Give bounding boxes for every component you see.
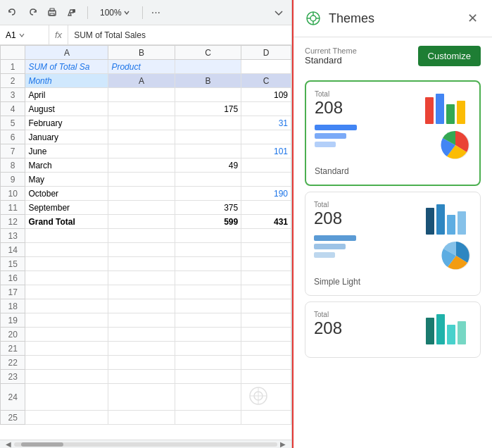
scroll-left-arrow[interactable]: ◀ bbox=[3, 440, 14, 448]
theme-card-simplelight[interactable]: Total 208 bbox=[305, 192, 481, 296]
table-row: 10 October 190 bbox=[1, 187, 291, 201]
theme-card-right-3 bbox=[422, 311, 472, 346]
format-paint-icon[interactable] bbox=[65, 6, 79, 20]
row-header-7: 7 bbox=[1, 144, 25, 158]
theme-card-3[interactable]: Total 208 bbox=[305, 301, 481, 358]
cell-D2[interactable]: C bbox=[241, 74, 291, 88]
fx-label: fx bbox=[49, 25, 68, 44]
cell-C11[interactable]: 375 bbox=[175, 201, 241, 215]
table-row: 17 bbox=[1, 285, 291, 299]
col-header-B[interactable]: B bbox=[108, 46, 175, 60]
theme-card-right-standard bbox=[422, 90, 471, 161]
cell-D5[interactable]: 31 bbox=[241, 116, 291, 130]
mini-bar-vertical-standard bbox=[422, 90, 471, 125]
redo-icon[interactable] bbox=[25, 6, 39, 20]
cell-C9[interactable] bbox=[175, 173, 241, 187]
col-header-D[interactable]: D bbox=[241, 46, 291, 60]
zoom-value: 100% bbox=[100, 8, 122, 18]
cell-B4[interactable] bbox=[108, 102, 175, 116]
cell-A10[interactable]: October bbox=[25, 187, 108, 201]
cell-B9[interactable] bbox=[108, 173, 175, 187]
close-button[interactable]: ✕ bbox=[464, 10, 481, 27]
cell-D8[interactable] bbox=[241, 158, 291, 173]
scroll-right-arrow[interactable]: ▶ bbox=[277, 440, 289, 448]
cell-A9[interactable]: May bbox=[25, 173, 108, 187]
cell-B10[interactable] bbox=[108, 187, 175, 201]
print-icon[interactable] bbox=[45, 6, 59, 20]
mini-bar-vertical-simplelight bbox=[422, 201, 472, 236]
cell-B3[interactable] bbox=[108, 88, 175, 102]
mini-pie-simplelight bbox=[441, 240, 472, 271]
cell-A6[interactable]: January bbox=[25, 130, 108, 144]
cell-C12[interactable]: 599 bbox=[175, 215, 241, 229]
zoom-selector[interactable]: 100% bbox=[96, 6, 134, 20]
cell-D6[interactable] bbox=[241, 130, 291, 144]
cell-C4[interactable]: 175 bbox=[175, 102, 241, 116]
cell-A5[interactable]: February bbox=[25, 116, 108, 130]
row-header-1: 1 bbox=[1, 60, 25, 74]
cell-A11[interactable]: September bbox=[25, 201, 108, 215]
cell-D7[interactable]: 101 bbox=[241, 144, 291, 158]
scroll-track[interactable] bbox=[14, 442, 277, 447]
row-header-4: 4 bbox=[1, 102, 25, 116]
cell-C5[interactable] bbox=[175, 116, 241, 130]
cell-C8[interactable]: 49 bbox=[175, 158, 241, 173]
svg-rect-33 bbox=[458, 321, 466, 344]
col-header-A[interactable]: A bbox=[25, 46, 108, 60]
cell-D10[interactable]: 190 bbox=[241, 187, 291, 201]
cell-C1[interactable] bbox=[175, 60, 241, 74]
cell-A12[interactable]: Grand Total bbox=[25, 215, 108, 229]
svg-rect-25 bbox=[426, 208, 434, 235]
cell-B11[interactable] bbox=[108, 201, 175, 215]
mini-bar-vertical-3 bbox=[422, 311, 472, 346]
cell-A8[interactable]: March bbox=[25, 158, 108, 173]
row-header-3: 3 bbox=[1, 88, 25, 102]
cell-B8[interactable] bbox=[108, 158, 175, 173]
cell-reference[interactable]: A1 bbox=[0, 25, 49, 44]
cell-B5[interactable] bbox=[108, 116, 175, 130]
cell-D4[interactable] bbox=[241, 102, 291, 116]
horizontal-scrollbar[interactable]: ◀ ▶ bbox=[0, 440, 291, 448]
cell-C10[interactable] bbox=[175, 187, 241, 201]
table-row: 8 March 49 bbox=[1, 158, 291, 173]
cell-C2[interactable]: B bbox=[175, 74, 241, 88]
cell-B6[interactable] bbox=[108, 130, 175, 144]
col-header-C[interactable]: C bbox=[175, 46, 241, 60]
cell-D9[interactable] bbox=[241, 173, 291, 187]
cell-B1[interactable]: Product bbox=[108, 60, 175, 74]
svg-rect-19 bbox=[446, 104, 455, 124]
cell-C3[interactable] bbox=[175, 88, 241, 102]
svg-rect-16 bbox=[315, 142, 336, 147]
cell-B7[interactable] bbox=[108, 144, 175, 158]
theme-label-standard: Total bbox=[315, 90, 416, 98]
cell-D3[interactable]: 109 bbox=[241, 88, 291, 102]
customize-button[interactable]: Customize bbox=[418, 46, 481, 66]
cell-B2[interactable]: A bbox=[108, 74, 175, 88]
cell-A7[interactable]: June bbox=[25, 144, 108, 158]
cell-D12[interactable]: 431 bbox=[241, 215, 291, 229]
current-theme-info: Current Theme Standard bbox=[305, 46, 412, 66]
table-row: 25 bbox=[1, 411, 291, 425]
scroll-thumb[interactable] bbox=[21, 442, 63, 447]
row-header-6: 6 bbox=[1, 130, 25, 144]
svg-rect-24 bbox=[314, 252, 335, 258]
more-options-icon[interactable]: ··· bbox=[151, 6, 160, 19]
formula-input[interactable]: SUM of Total Sales bbox=[68, 30, 291, 40]
cell-A3[interactable]: April bbox=[25, 88, 108, 102]
cell-D1[interactable] bbox=[241, 60, 291, 74]
theme-label-3: Total bbox=[314, 311, 417, 318]
table-row: 24 bbox=[1, 384, 291, 411]
cell-B12[interactable] bbox=[108, 215, 175, 229]
cell-A1[interactable]: SUM of Total Sa bbox=[25, 60, 108, 74]
svg-rect-17 bbox=[425, 97, 434, 124]
cell-D11[interactable] bbox=[241, 201, 291, 215]
cell-A4[interactable]: August bbox=[25, 102, 108, 116]
undo-icon[interactable] bbox=[6, 6, 20, 20]
cell-A2[interactable]: Month bbox=[25, 74, 108, 88]
collapse-icon[interactable] bbox=[272, 6, 286, 20]
svg-rect-3 bbox=[72, 9, 75, 13]
theme-card-standard[interactable]: Total 208 bbox=[305, 80, 481, 186]
cell-C7[interactable] bbox=[175, 144, 241, 158]
table-row: 7 June 101 bbox=[1, 144, 291, 158]
cell-C6[interactable] bbox=[175, 130, 241, 144]
